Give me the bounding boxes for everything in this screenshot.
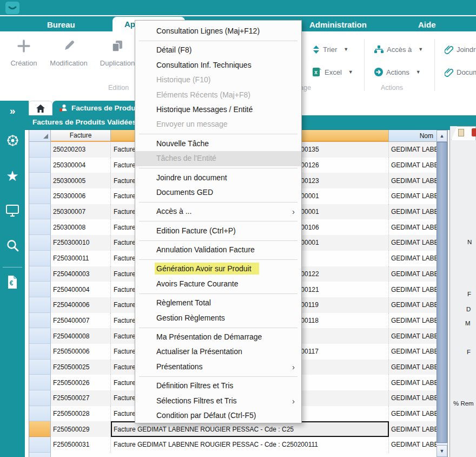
expand-chevron-icon[interactable]: » [0, 105, 25, 117]
cell-facture[interactable]: F250400007 [51, 313, 111, 329]
context-menu-item[interactable]: Ma Présentation de Démarrage [135, 330, 301, 344]
row-selector[interactable] [29, 344, 51, 360]
row-selector[interactable] [29, 188, 51, 204]
row-selector[interactable] [29, 282, 51, 297]
home-tab[interactable] [29, 101, 52, 115]
row-selector[interactable] [29, 328, 51, 344]
context-menu-item[interactable]: Edition Facture (Ctrl+P) [135, 224, 301, 238]
cell-facture[interactable]: F250300011 [51, 251, 111, 266]
select-all-corner[interactable] [29, 130, 51, 142]
row-selector[interactable] [29, 313, 51, 329]
cell-nom[interactable]: GEDIMAT LABENNE [389, 282, 437, 297]
menu-tab-bureau[interactable]: Bureau [47, 20, 75, 29]
cell-facture[interactable]: 250300006 [51, 188, 111, 204]
cell-nom[interactable]: GEDIMAT LABENNE [389, 328, 437, 344]
cell-nom[interactable]: GEDIMAT LABENNE [389, 235, 437, 251]
row-selector[interactable] [29, 142, 51, 158]
context-menu-item[interactable]: Détail (F8) [135, 43, 301, 57]
trier-button[interactable]: Trier▼ [313, 44, 348, 55]
scroll-up-button[interactable]: ▲ [437, 130, 447, 142]
context-menu-item[interactable]: Génération Avoir sur Produit [135, 262, 301, 276]
context-menu-item[interactable]: Avoirs Facture Courante [135, 277, 301, 291]
cell-facture[interactable]: F250400006 [51, 297, 111, 313]
scrollbar-thumb[interactable] [437, 142, 447, 443]
app-logo-button[interactable] [5, 2, 19, 14]
cell-facture[interactable]: F250500029 [51, 421, 111, 437]
cell-nom[interactable]: GEDIMAT LABENNE [389, 437, 437, 453]
cell-facture[interactable]: F250500025 [51, 360, 111, 375]
context-menu-item[interactable]: Joindre un document [135, 171, 301, 185]
modification-button[interactable]: Modification [48, 39, 90, 67]
context-menu-item[interactable]: Actualiser la Présentation [135, 344, 301, 359]
menu-tab-administration[interactable]: Administration [309, 20, 367, 29]
joindre-button[interactable]: Joindre [445, 44, 476, 55]
wheel-icon[interactable] [0, 134, 25, 149]
row-selector[interactable] [29, 173, 51, 188]
acces-a-button[interactable]: Accès à▼ [374, 44, 423, 55]
cell-nom[interactable]: GEDIMAT LABENNE [389, 173, 437, 188]
context-menu-item[interactable]: Historique Messages / Entité [135, 102, 301, 117]
cell-facture[interactable]: F250400004 [51, 282, 111, 297]
row-selector[interactable] [29, 251, 51, 266]
row-selector[interactable] [29, 158, 51, 173]
row-selector[interactable] [29, 297, 51, 313]
monitor-icon[interactable] [0, 205, 25, 219]
cell-nom[interactable]: GEDIMAT LABENNE [389, 158, 437, 173]
context-menu-item[interactable]: Consultation Inf. Techniques [135, 58, 301, 73]
cell-libelle-current[interactable]: Facture GEDIMAT LABENNE ROUGIER PESSAC -… [111, 421, 389, 437]
context-menu-item[interactable]: Nouvelle Tâche [135, 136, 301, 151]
context-menu-item[interactable]: Présentations› [135, 360, 301, 374]
cell-facture[interactable]: F250400003 [51, 266, 111, 282]
cell-facture[interactable]: F250500006 [51, 344, 111, 360]
cell-nom[interactable]: GEDIMAT LABENNE [389, 251, 437, 266]
cell-facture[interactable]: F250500028 [51, 406, 111, 422]
cell-nom[interactable]: GEDIMAT LABENNE [389, 390, 437, 406]
row-selector[interactable] [29, 360, 51, 375]
actions-button[interactable]: Actions▼ [374, 67, 421, 77]
cell-facture[interactable]: F250500026 [51, 375, 111, 390]
context-menu-item[interactable]: Documents GED [135, 185, 301, 200]
context-menu-item[interactable]: Gestion Règlements [135, 311, 301, 325]
row-selector[interactable] [29, 235, 51, 251]
table-row[interactable]: F250500029Facture GEDIMAT LABENNE ROUGIE… [29, 421, 437, 437]
table-row[interactable]: F250500031Facture GEDIMAT LABENNE ROUGIE… [29, 437, 437, 453]
cell-nom[interactable]: GEDIMAT LABENNE [389, 421, 437, 437]
context-menu-item[interactable]: Règlement Total [135, 296, 301, 310]
row-selector[interactable] [29, 437, 51, 453]
row-selector[interactable] [29, 406, 51, 422]
context-menu-item[interactable]: Accès à ...› [135, 204, 301, 219]
cell-nom[interactable]: GEDIMAT LABENNE [389, 344, 437, 360]
column-header-nom[interactable]: Nom [389, 130, 437, 142]
cell-nom[interactable]: GEDIMAT LABENNE [389, 375, 437, 390]
creation-button[interactable]: Création [3, 39, 45, 67]
context-menu-item[interactable]: Consultation Lignes (Maj+F12) [135, 24, 301, 38]
star-icon[interactable]: ★ [0, 169, 25, 183]
excel-button[interactable]: x Excel▼ [313, 67, 353, 77]
scroll-down-button[interactable]: ▼ [437, 445, 447, 457]
cell-facture[interactable]: 250300008 [51, 219, 111, 235]
cell-nom[interactable]: GEDIMAT LABENNE [389, 297, 437, 313]
cell-nom[interactable]: GEDIMAT LABENNE [389, 266, 437, 282]
search-icon[interactable] [0, 239, 25, 254]
cell-facture[interactable]: 250300007 [51, 204, 111, 220]
context-menu-item[interactable]: Annulation Validation Facture [135, 243, 301, 257]
cell-facture[interactable]: F250400008 [51, 328, 111, 344]
documents-button[interactable]: Documents [445, 67, 476, 77]
menu-tab-aide[interactable]: Aide [418, 20, 436, 29]
invoice-euro-icon[interactable]: € [0, 275, 25, 291]
context-menu-item[interactable]: Condition par Défaut (Ctrl-F5) [135, 408, 301, 423]
context-menu-item[interactable]: Sélections Filtres et Tris› [135, 394, 301, 408]
cell-facture[interactable]: F250500027 [51, 390, 111, 406]
row-selector[interactable] [29, 390, 51, 406]
cell-nom[interactable]: GEDIMAT LABENNE [389, 188, 437, 204]
row-selector[interactable] [29, 266, 51, 282]
cell-nom[interactable]: GEDIMAT LABENNE [389, 360, 437, 375]
duplication-button[interactable]: Duplication [96, 39, 138, 67]
cell-facture[interactable]: F250300010 [51, 235, 111, 251]
cell-nom[interactable]: GEDIMAT LABENNE [389, 204, 437, 220]
column-header-facture[interactable]: Facture [51, 130, 111, 142]
cell-nom[interactable]: GEDIMAT LABENNE [389, 313, 437, 329]
cell-facture[interactable]: F250500031 [51, 437, 111, 453]
row-selector[interactable] [29, 219, 51, 235]
context-menu-item[interactable]: Définition Filtres et Tris [135, 378, 301, 393]
